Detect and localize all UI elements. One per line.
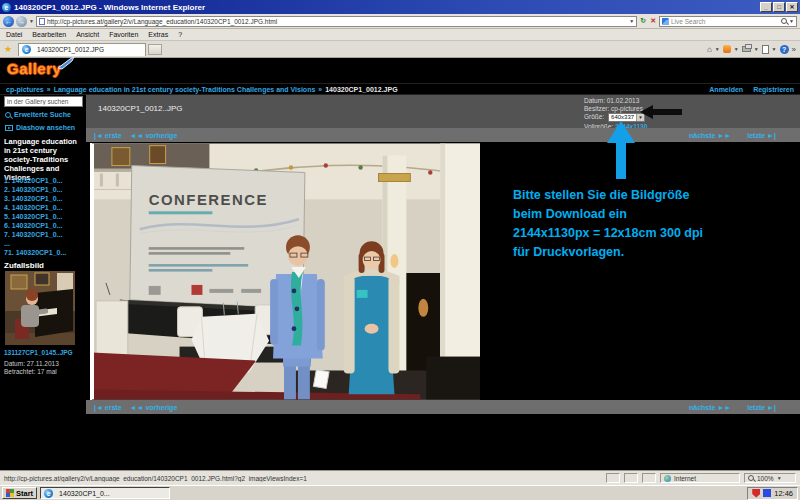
menu-bearbeiten[interactable]: Bearbeiten <box>32 31 66 38</box>
home-dropdown-icon[interactable]: ▼ <box>715 46 720 52</box>
random-image-thumbnail[interactable] <box>5 271 75 345</box>
menu-bar: Datei Bearbeiten Ansicht Favoriten Extra… <box>0 29 800 41</box>
breadcrumb-separator: » <box>318 86 322 93</box>
search-dropdown-icon[interactable]: ▼ <box>789 18 794 24</box>
home-icon[interactable]: ⌂ <box>707 45 712 54</box>
advanced-search-link[interactable]: Erweiterte Suche <box>5 111 71 118</box>
new-tab-button[interactable] <box>148 44 162 55</box>
photo-nav-bottom: |◄ erste ◄◄ vorherige nächste ►► letzte … <box>86 400 800 414</box>
annotation-line: 2144x1130px = 12x18cm 300 dpi <box>513 224 783 243</box>
list-item[interactable]: 6. 140320CP1_0... <box>4 221 84 230</box>
breadcrumb-album[interactable]: Language education in 21st century socie… <box>54 86 316 93</box>
advanced-search-icon <box>5 112 11 118</box>
page-favicon <box>39 18 45 25</box>
status-cell <box>624 473 638 483</box>
slide-title: CONFERENCE <box>149 191 268 208</box>
list-item[interactable]: 3. 140320CP1_0... <box>4 194 84 203</box>
list-item[interactable]: 4. 140320CP1_0... <box>4 203 84 212</box>
window-title: 140320CP1_0012.JPG - Windows Internet Ex… <box>14 3 205 12</box>
address-url: http://cp-pictures.at/gallery2/v/Languag… <box>47 18 277 25</box>
feeds-dropdown-icon[interactable]: ▼ <box>734 46 739 52</box>
nav-last-link[interactable]: letzte ►| <box>747 404 776 411</box>
antivirus-tray-icon[interactable] <box>752 489 760 498</box>
zoom-icon <box>748 475 754 481</box>
gallery-logo[interactable]: Gallery <box>7 60 61 77</box>
nav-prev-link[interactable]: ◄◄ vorherige <box>130 404 178 411</box>
list-item[interactable]: 7. 140320CP1_0... <box>4 230 84 239</box>
history-dropdown-icon[interactable]: ▼ <box>29 18 34 24</box>
screen: e 140320CP1_0012.JPG - Windows Internet … <box>0 0 800 500</box>
forward-button[interactable]: → <box>16 16 27 27</box>
security-zone: Internet <box>660 473 740 483</box>
gallery-search-input[interactable] <box>4 96 83 107</box>
list-ellipsis: ... <box>4 239 84 248</box>
browser-tab[interactable]: e 140320CP1_0012.JPG <box>18 43 146 56</box>
taskbar-task-button[interactable]: e 140320CP1_0... <box>40 487 170 499</box>
slideshow-link[interactable]: Diashow ansehen <box>5 124 75 131</box>
address-field[interactable]: http://cp-pictures.at/gallery2/v/Languag… <box>36 16 637 27</box>
nav-first-link[interactable]: |◄ erste <box>94 404 122 411</box>
print-icon[interactable] <box>742 46 751 52</box>
annotation-text: Bitte stellen Sie die Bildgröße beim Dow… <box>513 186 783 262</box>
register-link[interactable]: Registrieren <box>753 86 794 93</box>
menu-extras[interactable]: Extras <box>148 31 168 38</box>
status-cell <box>606 473 620 483</box>
list-item[interactable]: 1. 140320CP1_0... <box>4 176 84 185</box>
menu-hilfe[interactable]: ? <box>178 31 182 38</box>
tab-label: 140320CP1_0012.JPG <box>37 46 104 53</box>
back-button[interactable]: ← <box>3 16 14 27</box>
breadcrumb-separator: » <box>47 86 51 93</box>
menu-datei[interactable]: Datei <box>6 31 22 38</box>
nav-prev-link[interactable]: ◄◄ vorherige <box>130 132 178 139</box>
address-dropdown-icon[interactable]: ▼ <box>629 18 634 24</box>
page-dropdown-icon[interactable]: ▼ <box>772 46 777 52</box>
list-item[interactable]: 5. 140320CP1_0... <box>4 212 84 221</box>
search-input[interactable]: Live Search ▼ <box>659 16 797 27</box>
nav-next-link[interactable]: nächste ►► <box>689 404 731 411</box>
list-item[interactable]: 71. 140320CP1_0... <box>4 248 84 257</box>
slideshow-icon <box>5 125 13 131</box>
breadcrumb-root[interactable]: cp-pictures <box>6 86 44 93</box>
nav-last-link[interactable]: letzte ►| <box>747 132 776 139</box>
zoom-dropdown-icon[interactable]: ▼ <box>777 475 782 481</box>
nav-first-link[interactable]: |◄ erste <box>94 132 122 139</box>
album-image-list: 1. 140320CP1_0... 2. 140320CP1_0... 3. 1… <box>4 176 84 257</box>
address-toolbar: ← → ▼ http://cp-pictures.at/gallery2/v/L… <box>0 14 800 29</box>
stop-button[interactable]: ✕ <box>649 17 657 25</box>
search-go-icon[interactable] <box>781 18 787 24</box>
tray-app-icon[interactable] <box>763 489 771 497</box>
help-icon[interactable]: ? <box>780 45 789 54</box>
page-menu-icon[interactable] <box>762 45 769 54</box>
size-label: Größe: <box>584 113 604 120</box>
minimize-button[interactable]: _ <box>760 2 772 12</box>
internet-zone-icon <box>664 475 671 482</box>
overflow-chevron-icon[interactable]: » <box>792 45 796 54</box>
annotation-line: Bitte stellen Sie die Bildgröße <box>513 186 783 205</box>
tab-favicon: e <box>22 45 31 54</box>
login-link[interactable]: Anmelden <box>709 86 743 93</box>
start-label: Start <box>16 489 33 498</box>
search-placeholder: Live Search <box>671 18 705 25</box>
print-dropdown-icon[interactable]: ▼ <box>754 46 759 52</box>
refresh-button[interactable]: ↻ <box>639 17 647 25</box>
random-image-heading: Zufallsbild <box>4 261 44 270</box>
live-search-icon <box>662 18 669 25</box>
annotation-line: für Druckvorlagen. <box>513 243 783 262</box>
random-image-name[interactable]: 131127CP1_0145..JPG <box>4 349 73 356</box>
photo-title: 140320CP1_0012..JPG <box>98 104 183 113</box>
taskbar-clock: 12:46 <box>774 489 793 498</box>
favorites-star-icon[interactable]: ★ <box>4 44 12 54</box>
start-button[interactable]: Start <box>2 487 37 499</box>
menu-favoriten[interactable]: Favoriten <box>109 31 138 38</box>
ie-logo-icon: e <box>2 3 11 12</box>
nav-next-link[interactable]: nächste ►► <box>689 132 731 139</box>
feeds-icon[interactable] <box>723 45 731 53</box>
list-item[interactable]: 2. 140320CP1_0... <box>4 185 84 194</box>
random-image-date: Datum: 27.11.2013 <box>4 360 59 367</box>
menu-ansicht[interactable]: Ansicht <box>76 31 99 38</box>
zoom-control[interactable]: 100% ▼ <box>744 473 796 483</box>
close-button[interactable]: ✕ <box>786 2 798 12</box>
gallery-logo-brush-icon <box>56 57 76 70</box>
conference-photo[interactable]: CONFERENCE <box>90 143 480 400</box>
maximize-button[interactable]: □ <box>773 2 785 12</box>
